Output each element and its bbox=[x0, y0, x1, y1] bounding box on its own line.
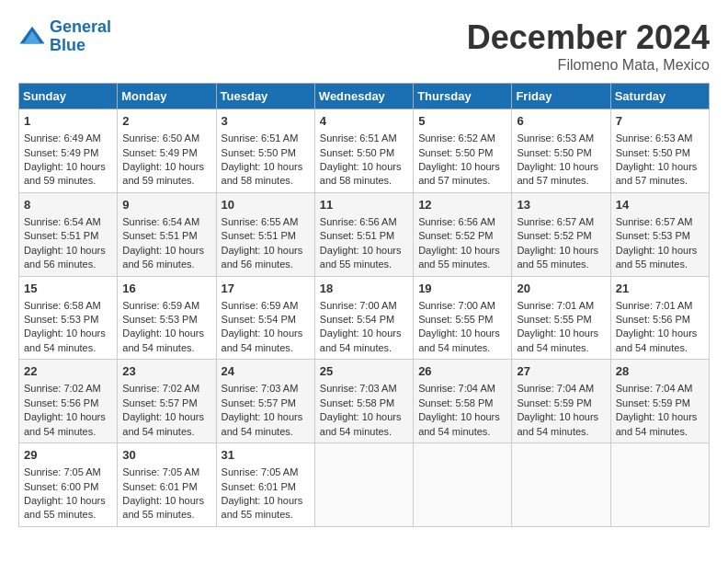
daylight-label: Daylight: 10 hours and 55 minutes. bbox=[418, 245, 500, 270]
day-number: 28 bbox=[616, 363, 704, 380]
sunrise-label: Sunrise: 7:02 AM bbox=[24, 383, 101, 394]
calendar-cell: 24Sunrise: 7:03 AMSunset: 5:57 PMDayligh… bbox=[216, 360, 314, 443]
sunset-label: Sunset: 5:51 PM bbox=[24, 230, 98, 241]
calendar-week-1: 1Sunrise: 6:49 AMSunset: 5:49 PMDaylight… bbox=[19, 109, 710, 193]
sunrise-label: Sunrise: 7:02 AM bbox=[122, 383, 199, 394]
sunset-label: Sunset: 5:53 PM bbox=[24, 314, 98, 325]
sunrise-label: Sunrise: 7:05 AM bbox=[122, 466, 199, 477]
day-number: 24 bbox=[222, 363, 310, 380]
calendar-cell: 30Sunrise: 7:05 AMSunset: 6:01 PMDayligh… bbox=[118, 443, 216, 527]
sunset-label: Sunset: 5:50 PM bbox=[222, 147, 296, 158]
calendar-cell bbox=[512, 443, 610, 527]
calendar-cell: 13Sunrise: 6:57 AMSunset: 5:52 PMDayligh… bbox=[512, 192, 610, 276]
weekday-header-friday: Friday bbox=[512, 84, 610, 109]
day-number: 19 bbox=[418, 281, 506, 297]
calendar-cell bbox=[610, 443, 709, 527]
daylight-label: Daylight: 10 hours and 54 minutes. bbox=[616, 327, 698, 352]
daylight-label: Daylight: 10 hours and 54 minutes. bbox=[616, 411, 698, 436]
daylight-label: Daylight: 10 hours and 54 minutes. bbox=[122, 411, 204, 436]
sunset-label: Sunset: 6:01 PM bbox=[222, 481, 296, 492]
sunrise-label: Sunrise: 6:49 AM bbox=[24, 132, 101, 144]
sunset-label: Sunset: 5:58 PM bbox=[320, 397, 394, 408]
calendar-cell: 11Sunrise: 6:56 AMSunset: 5:51 PMDayligh… bbox=[314, 192, 413, 276]
calendar-week-2: 8Sunrise: 6:54 AMSunset: 5:51 PMDaylight… bbox=[19, 192, 710, 276]
calendar-cell: 19Sunrise: 7:00 AMSunset: 5:55 PMDayligh… bbox=[414, 276, 512, 360]
sunrise-label: Sunrise: 6:54 AM bbox=[122, 216, 199, 227]
day-number: 15 bbox=[24, 281, 112, 297]
calendar-cell: 12Sunrise: 6:56 AMSunset: 5:52 PMDayligh… bbox=[414, 192, 512, 276]
sunset-label: Sunset: 5:52 PM bbox=[418, 230, 493, 241]
day-number: 18 bbox=[320, 281, 408, 297]
day-number: 10 bbox=[222, 197, 310, 213]
daylight-label: Daylight: 10 hours and 59 minutes. bbox=[24, 161, 106, 186]
day-number: 9 bbox=[122, 197, 210, 213]
month-title: December 2024 bbox=[467, 18, 710, 57]
calendar-cell: 23Sunrise: 7:02 AMSunset: 5:57 PMDayligh… bbox=[118, 360, 216, 443]
calendar-cell: 18Sunrise: 7:00 AMSunset: 5:54 PMDayligh… bbox=[314, 276, 413, 360]
daylight-label: Daylight: 10 hours and 56 minutes. bbox=[222, 245, 303, 270]
sunset-label: Sunset: 5:52 PM bbox=[517, 230, 591, 241]
calendar-cell: 5Sunrise: 6:52 AMSunset: 5:50 PMDaylight… bbox=[414, 109, 512, 193]
sunset-label: Sunset: 5:56 PM bbox=[616, 314, 690, 325]
day-number: 13 bbox=[517, 197, 605, 213]
calendar-week-3: 15Sunrise: 6:58 AMSunset: 5:53 PMDayligh… bbox=[19, 276, 710, 360]
daylight-label: Daylight: 10 hours and 57 minutes. bbox=[418, 161, 500, 186]
sunrise-label: Sunrise: 7:00 AM bbox=[418, 300, 495, 311]
daylight-label: Daylight: 10 hours and 54 minutes. bbox=[24, 327, 106, 352]
sunrise-label: Sunrise: 6:52 AM bbox=[418, 132, 495, 144]
daylight-label: Daylight: 10 hours and 54 minutes. bbox=[517, 327, 598, 352]
logo-icon bbox=[18, 23, 46, 51]
day-number: 22 bbox=[24, 363, 112, 380]
sunrise-label: Sunrise: 7:04 AM bbox=[517, 383, 594, 394]
sunset-label: Sunset: 5:59 PM bbox=[616, 397, 690, 408]
day-number: 2 bbox=[122, 113, 210, 130]
sunset-label: Sunset: 5:50 PM bbox=[616, 147, 690, 158]
daylight-label: Daylight: 10 hours and 54 minutes. bbox=[418, 327, 500, 352]
day-number: 25 bbox=[320, 363, 408, 380]
weekday-header-wednesday: Wednesday bbox=[314, 84, 413, 109]
calendar-cell: 21Sunrise: 7:01 AMSunset: 5:56 PMDayligh… bbox=[610, 276, 709, 360]
day-number: 21 bbox=[616, 281, 704, 297]
title-block: December 2024 Filomeno Mata, Mexico bbox=[467, 18, 710, 74]
sunrise-label: Sunrise: 7:03 AM bbox=[222, 383, 299, 394]
sunrise-label: Sunrise: 7:04 AM bbox=[418, 383, 495, 394]
sunrise-label: Sunrise: 6:54 AM bbox=[24, 216, 101, 227]
calendar-cell: 25Sunrise: 7:03 AMSunset: 5:58 PMDayligh… bbox=[314, 360, 413, 443]
weekday-header-tuesday: Tuesday bbox=[216, 84, 314, 109]
sunrise-label: Sunrise: 6:53 AM bbox=[517, 132, 594, 144]
day-number: 4 bbox=[320, 113, 408, 130]
sunrise-label: Sunrise: 6:53 AM bbox=[616, 132, 693, 144]
calendar-cell: 6Sunrise: 6:53 AMSunset: 5:50 PMDaylight… bbox=[512, 109, 610, 193]
daylight-label: Daylight: 10 hours and 54 minutes. bbox=[320, 411, 402, 436]
day-number: 12 bbox=[418, 197, 506, 213]
calendar-table: SundayMondayTuesdayWednesdayThursdayFrid… bbox=[18, 83, 710, 527]
day-number: 14 bbox=[616, 197, 704, 213]
sunrise-label: Sunrise: 6:57 AM bbox=[517, 216, 594, 227]
weekday-header-monday: Monday bbox=[118, 84, 216, 109]
sunset-label: Sunset: 5:49 PM bbox=[122, 147, 197, 158]
daylight-label: Daylight: 10 hours and 54 minutes. bbox=[222, 327, 303, 352]
sunset-label: Sunset: 5:50 PM bbox=[517, 147, 591, 158]
sunset-label: Sunset: 5:59 PM bbox=[517, 397, 591, 408]
daylight-label: Daylight: 10 hours and 57 minutes. bbox=[616, 161, 698, 186]
daylight-label: Daylight: 10 hours and 55 minutes. bbox=[517, 245, 598, 270]
daylight-label: Daylight: 10 hours and 58 minutes. bbox=[320, 161, 402, 186]
sunset-label: Sunset: 5:54 PM bbox=[222, 314, 296, 325]
day-number: 1 bbox=[24, 113, 112, 130]
sunset-label: Sunset: 5:54 PM bbox=[320, 314, 394, 325]
calendar-cell: 3Sunrise: 6:51 AMSunset: 5:50 PMDaylight… bbox=[216, 109, 314, 193]
calendar-cell: 4Sunrise: 6:51 AMSunset: 5:50 PMDaylight… bbox=[314, 109, 413, 193]
daylight-label: Daylight: 10 hours and 54 minutes. bbox=[517, 411, 598, 436]
day-number: 16 bbox=[122, 281, 210, 297]
sunrise-label: Sunrise: 7:03 AM bbox=[320, 383, 397, 394]
day-number: 31 bbox=[222, 447, 310, 464]
day-number: 5 bbox=[418, 113, 506, 130]
daylight-label: Daylight: 10 hours and 57 minutes. bbox=[517, 161, 598, 186]
day-number: 30 bbox=[122, 447, 210, 464]
weekday-header-saturday: Saturday bbox=[610, 84, 709, 109]
sunrise-label: Sunrise: 7:01 AM bbox=[517, 300, 594, 311]
calendar-cell: 1Sunrise: 6:49 AMSunset: 5:49 PMDaylight… bbox=[19, 109, 118, 193]
calendar-cell: 8Sunrise: 6:54 AMSunset: 5:51 PMDaylight… bbox=[19, 192, 118, 276]
day-number: 17 bbox=[222, 281, 310, 297]
sunset-label: Sunset: 5:57 PM bbox=[122, 397, 197, 408]
